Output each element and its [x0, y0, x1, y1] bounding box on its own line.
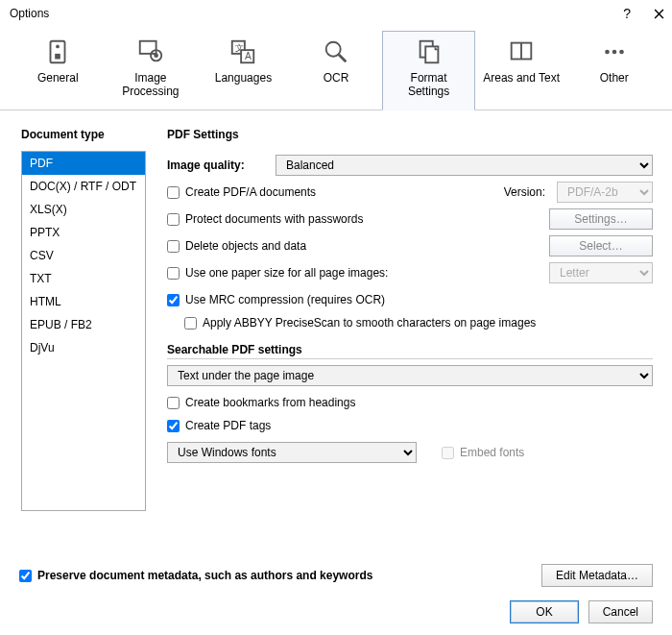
svg-rect-3 [140, 41, 156, 54]
tab-label: Languages [215, 72, 272, 101]
list-item[interactable]: HTML [22, 290, 145, 313]
one-paper-checkbox[interactable]: Use one paper size for all page images: [167, 266, 388, 280]
tab-label: Other [600, 72, 629, 101]
svg-point-16 [605, 50, 610, 55]
tab-label: Image Processing [122, 72, 179, 101]
languages-icon: 文A [228, 37, 257, 66]
general-icon [43, 37, 72, 66]
areas-icon [507, 37, 536, 66]
panel-title: PDF Settings [167, 128, 653, 141]
svg-point-17 [612, 50, 616, 55]
mrc-checkbox[interactable]: Use MRC compression (requires OCR) [167, 293, 385, 306]
tab-languages[interactable]: 文A Languages [197, 31, 290, 110]
svg-point-18 [619, 50, 624, 55]
sidebar-title: Document type [21, 128, 146, 141]
tab-format-settings[interactable]: Format Settings [382, 31, 475, 110]
pdf-tags-checkbox[interactable]: Create PDF tags [167, 419, 271, 432]
tab-areas-text[interactable]: Areas and Text [475, 31, 568, 110]
list-item[interactable]: TXT [22, 267, 145, 290]
password-settings-button: Settings… [549, 208, 653, 230]
text-layer-select[interactable]: Text under the page image [167, 365, 653, 386]
tab-label: Format Settings [408, 72, 449, 101]
bookmarks-checkbox[interactable]: Create bookmarks from headings [167, 396, 355, 409]
list-item[interactable]: DOC(X) / RTF / ODT [22, 175, 145, 198]
fonts-select[interactable]: Use Windows fonts [167, 442, 417, 463]
tab-label: Areas and Text [483, 72, 560, 101]
document-type-list[interactable]: PDF DOC(X) / RTF / ODT XLS(X) PPTX CSV T… [21, 151, 146, 511]
list-item[interactable]: CSV [22, 244, 145, 267]
help-icon[interactable]: ? [623, 6, 631, 21]
format-icon [415, 37, 444, 66]
tab-strip: General Image Processing 文A Languages OC… [0, 27, 672, 110]
image-quality-label: Image quality: [167, 159, 268, 172]
tab-label: General [37, 72, 79, 101]
list-item[interactable]: PDF [22, 152, 145, 175]
ok-button[interactable]: OK [510, 600, 578, 623]
other-icon [600, 37, 629, 66]
tab-ocr[interactable]: OCR [290, 31, 383, 110]
titlebar: Options ? [0, 0, 672, 27]
embed-fonts-checkbox: Embed fonts [442, 446, 524, 459]
tab-general[interactable]: General [12, 31, 105, 110]
svg-rect-2 [55, 54, 60, 60]
precisescan-checkbox[interactable]: Apply ABBYY PreciseScan to smooth charac… [184, 316, 536, 330]
svg-rect-0 [51, 41, 65, 63]
close-icon[interactable] [654, 9, 664, 19]
svg-text:A: A [245, 51, 252, 61]
svg-line-11 [339, 55, 347, 62]
list-item[interactable]: DjVu [22, 336, 145, 359]
tab-label: OCR [324, 72, 349, 101]
paper-size-select: Letter [549, 262, 653, 283]
cancel-button[interactable]: Cancel [588, 600, 653, 623]
create-pdfa-checkbox[interactable]: Create PDF/A documents [167, 185, 316, 199]
image-icon [136, 37, 165, 66]
svg-point-10 [326, 42, 341, 57]
tab-image-processing[interactable]: Image Processing [105, 31, 198, 110]
edit-metadata-button[interactable]: Edit Metadata… [541, 564, 653, 587]
window-title: Options [10, 7, 49, 20]
version-label: Version: [504, 185, 545, 199]
list-item[interactable]: EPUB / FB2 [22, 313, 145, 336]
image-quality-select[interactable]: Balanced [276, 155, 653, 176]
svg-point-1 [56, 45, 60, 49]
select-objects-button: Select… [549, 235, 653, 256]
searchable-title: Searchable PDF settings [167, 343, 653, 359]
protect-checkbox[interactable]: Protect documents with passwords [167, 212, 363, 226]
preserve-metadata-checkbox[interactable]: Preserve document metadata, such as auth… [19, 569, 372, 582]
list-item[interactable]: PPTX [22, 221, 145, 244]
delete-objects-checkbox[interactable]: Delete objects and data [167, 239, 306, 253]
version-select: PDF/A-2b [557, 182, 653, 203]
list-item[interactable]: XLS(X) [22, 198, 145, 221]
tab-other[interactable]: Other [567, 31, 660, 110]
ocr-icon [322, 37, 350, 66]
svg-point-5 [154, 53, 158, 58]
